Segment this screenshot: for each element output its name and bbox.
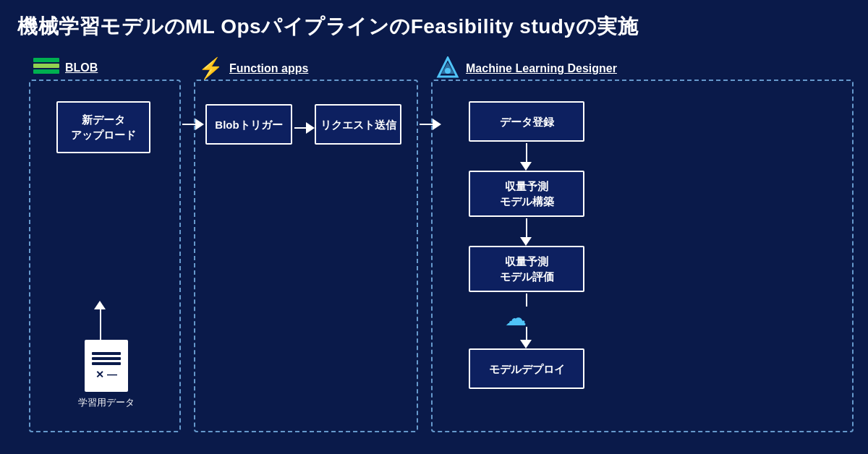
ml-section-label: Machine Learning Designer — [435, 56, 617, 81]
box-model-deploy: モデルデプロイ — [469, 348, 584, 389]
box-blob-trigger: Blobトリガー — [205, 104, 292, 145]
ml-designer-icon — [435, 56, 460, 81]
cloud-icon: ☁ — [505, 305, 527, 330]
section-ml: Machine Learning Designer データ登録 収量予測 モデル… — [431, 80, 854, 432]
doc-icon-group: ✕ — 学習用データ — [78, 340, 135, 409]
section-blob: BLOB 新データ アップロード ✕ — 学習用データ — [29, 80, 181, 432]
box-data-register: データ登録 — [469, 101, 584, 142]
arrowhead-down-3 — [520, 340, 532, 348]
blob-icon — [33, 58, 59, 78]
arrow-func-internal — [294, 122, 315, 134]
box-new-upload: 新データ アップロード — [56, 101, 150, 153]
diagram-area: BLOB 新データ アップロード ✕ — 学習用データ ⚡ Func — [14, 58, 854, 447]
arrow-v-3b — [526, 327, 527, 341]
box-model-eval: 収量予測 モデル評価 — [469, 246, 584, 292]
arrowhead-up — [94, 301, 106, 309]
func-section-label: ⚡ Function apps — [198, 56, 308, 80]
blob-link[interactable]: BLOB — [65, 61, 98, 74]
box-request-send: リクエスト送信 — [315, 104, 401, 145]
box-model-build: 収量予測 モデル構築 — [469, 171, 584, 217]
lightning-icon: ⚡ — [198, 56, 224, 80]
arrowhead-down-2 — [520, 237, 532, 246]
func-link[interactable]: Function apps — [229, 62, 308, 75]
arrow-v-2 — [526, 218, 527, 239]
arrowhead-down-1 — [520, 162, 532, 171]
doc-shape: ✕ — — [85, 340, 128, 392]
blob-section-label: BLOB — [33, 58, 98, 78]
ml-link[interactable]: Machine Learning Designer — [466, 62, 617, 75]
arrow-v-1 — [526, 143, 527, 163]
page-title: 機械学習モデルのML OpsパイプラインのFeasibility studyの実… — [0, 0, 868, 48]
doc-label: 学習用データ — [78, 396, 135, 409]
svg-point-2 — [445, 68, 451, 74]
section-func: ⚡ Function apps Blobトリガー リクエスト送信 — [194, 80, 418, 432]
